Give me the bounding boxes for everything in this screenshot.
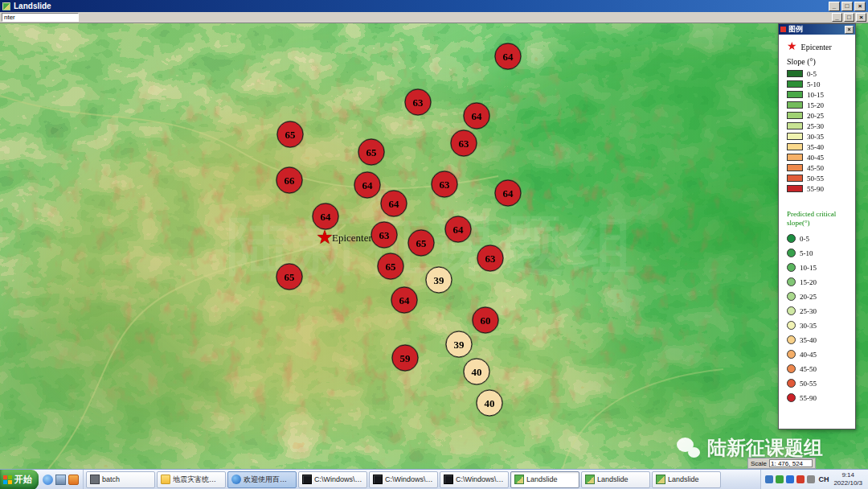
legend-class-label: 30-35 xyxy=(807,133,824,141)
map-point[interactable]: 59 xyxy=(392,345,419,372)
map-viewport[interactable]: 陆新征课题组 646364656365666364646464646365636… xyxy=(0,23,868,469)
map-point[interactable]: 65 xyxy=(408,230,435,257)
predicted-swatch xyxy=(787,292,796,301)
legend-row: 45-50 xyxy=(787,362,854,376)
start-button[interactable]: 开始 xyxy=(0,470,39,489)
taskbar-button[interactable]: Landslide xyxy=(652,471,721,488)
ie-icon[interactable] xyxy=(43,475,53,485)
folder-icon xyxy=(161,475,170,484)
taskbar-button[interactable]: C:\Windows\syst... xyxy=(440,471,509,488)
legend-class-label: 40-45 xyxy=(800,351,817,359)
legend-close-button[interactable]: × xyxy=(845,26,854,34)
map-point[interactable]: 64 xyxy=(495,43,522,70)
predicted-swatch xyxy=(787,234,796,243)
map-point[interactable]: 40 xyxy=(477,390,503,417)
legend-row: 10-15 xyxy=(787,89,854,100)
taskbar-button[interactable]: 欢迎使用百度网盘 xyxy=(227,471,297,488)
tray-icon-green[interactable] xyxy=(776,475,784,483)
legend-row: 50-55 xyxy=(787,173,854,183)
legend-class-label: 5-10 xyxy=(800,249,813,257)
tray-icon-shield[interactable] xyxy=(786,475,794,483)
taskbar-button[interactable]: 地震灾害统计置程... xyxy=(157,471,226,488)
language-indicator[interactable]: CH xyxy=(818,475,829,483)
map-point[interactable]: 64 xyxy=(381,191,407,217)
legend-row: 35-40 xyxy=(787,333,854,347)
taskbar-button[interactable]: C:\Windows\syst... xyxy=(298,471,367,488)
legend-epicenter-row: ★ Epicenter xyxy=(787,39,854,54)
toolbar-input[interactable] xyxy=(2,13,79,22)
tray-icon-blue[interactable] xyxy=(765,475,773,483)
taskbar-button-label: Landslide xyxy=(668,475,699,483)
slope-swatch xyxy=(787,122,803,129)
player-icon[interactable] xyxy=(68,475,79,485)
legend-row: 35-40 xyxy=(787,142,854,152)
taskbar-button-label: C:\Windows\syst... xyxy=(385,475,434,483)
map-point[interactable]: 40 xyxy=(464,359,490,385)
map-point[interactable]: 64 xyxy=(313,203,339,230)
legend-row: 40-45 xyxy=(787,152,854,162)
taskbar-button[interactable]: batch xyxy=(86,471,155,488)
legend-row: 5-10 xyxy=(787,79,854,89)
brand-watermark-text: 陆新征课题组 xyxy=(707,435,823,461)
legend-class-label: 35-40 xyxy=(800,336,817,344)
child-close-button[interactable]: × xyxy=(856,13,866,22)
child-minimize-button[interactable]: _ xyxy=(832,13,842,22)
legend-class-label: 10-15 xyxy=(807,91,824,99)
window-title: Landslide xyxy=(14,2,51,10)
tray-icon-red[interactable] xyxy=(796,475,805,483)
legend-class-label: 5-10 xyxy=(807,80,821,88)
legend-row: 55-90 xyxy=(787,183,854,194)
slope-swatch xyxy=(787,91,803,98)
legend-row: 20-25 xyxy=(787,110,854,121)
map-point[interactable]: 64 xyxy=(445,216,472,243)
epicenter-marker[interactable]: ★ xyxy=(316,228,334,247)
desktop-icon[interactable] xyxy=(55,475,66,485)
predicted-legend-rows: 0-55-1010-1515-2020-2525-3030-3535-4040-… xyxy=(787,232,854,405)
minimize-button[interactable]: _ xyxy=(829,2,840,11)
close-button[interactable]: × xyxy=(854,2,866,11)
map-point[interactable]: 39 xyxy=(426,267,452,294)
legend-class-label: 25-30 xyxy=(800,307,817,315)
legend-title-bar[interactable]: 图例 × xyxy=(779,24,855,35)
map-point[interactable]: 65 xyxy=(358,139,385,166)
map-point[interactable]: 63 xyxy=(371,222,398,249)
legend-row: 15-20 xyxy=(787,275,854,290)
map-point[interactable]: 39 xyxy=(446,331,473,358)
map-point[interactable]: 65 xyxy=(378,253,404,280)
slope-swatch xyxy=(787,143,803,150)
map-point[interactable]: 63 xyxy=(451,130,477,157)
maximize-button[interactable]: □ xyxy=(841,2,853,11)
cmd-icon xyxy=(444,475,453,484)
legend-row: 30-35 xyxy=(787,131,854,142)
map-point[interactable]: 64 xyxy=(391,287,418,314)
taskbar-button[interactable]: Landslide xyxy=(581,471,650,488)
legend-row: 55-90 xyxy=(787,391,854,405)
map-point[interactable]: 66 xyxy=(276,167,303,194)
title-bar[interactable]: Landslide _ □ × xyxy=(0,0,868,12)
landslide-icon xyxy=(585,475,595,484)
cmd-icon xyxy=(302,475,312,484)
legend-class-label: 25-30 xyxy=(807,122,824,130)
map-point[interactable]: 65 xyxy=(276,264,303,290)
map-point[interactable]: 64 xyxy=(354,172,381,199)
taskbar-button-label: Landslide xyxy=(526,475,558,483)
map-point[interactable]: 63 xyxy=(405,89,432,116)
map-point[interactable]: 63 xyxy=(477,245,504,272)
taskbar-button-label: 地震灾害统计置程... xyxy=(173,475,222,485)
predicted-swatch xyxy=(787,393,796,402)
slope-swatch xyxy=(787,133,803,140)
map-point[interactable]: 65 xyxy=(277,121,304,148)
taskbar-button[interactable]: Landslide xyxy=(510,471,579,488)
volume-icon[interactable] xyxy=(807,475,815,483)
child-restore-button[interactable]: □ xyxy=(844,13,854,22)
map-point[interactable]: 60 xyxy=(473,307,499,334)
taskbar-button-label: batch xyxy=(102,475,120,483)
taskbar-clock[interactable]: 9:14 2022/10/3 xyxy=(832,471,864,488)
taskbar-button[interactable]: C:\Windows\syst... xyxy=(369,471,438,488)
map-point[interactable]: 64 xyxy=(495,180,522,207)
legend-class-label: 20-25 xyxy=(807,112,824,120)
toolbar: _ □ × xyxy=(0,12,868,23)
map-point[interactable]: 63 xyxy=(432,171,458,198)
map-point[interactable]: 64 xyxy=(464,103,490,129)
predicted-swatch xyxy=(787,321,796,330)
